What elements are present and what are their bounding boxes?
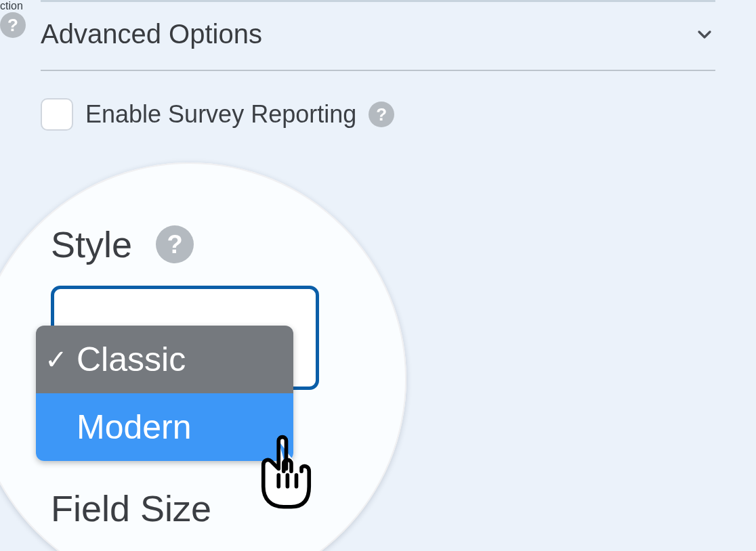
magnifier-lens: Style ? ✓ Classic Modern Field Size: [0, 162, 406, 551]
advanced-options-header[interactable]: Advanced Options: [41, 2, 715, 70]
checkmark-icon: ✓: [36, 344, 77, 375]
style-label: Style: [51, 223, 132, 265]
field-size-label: Field Size: [51, 487, 211, 529]
divider: [41, 70, 715, 71]
help-icon[interactable]: ?: [156, 225, 194, 263]
section-title: Advanced Options: [41, 19, 262, 49]
dropdown-option-classic[interactable]: ✓ Classic: [36, 326, 293, 393]
help-icon[interactable]: ?: [369, 102, 394, 127]
dropdown-option-label: Classic: [77, 340, 293, 379]
pointer-cursor-icon: [240, 433, 322, 514]
survey-reporting-label: Enable Survey Reporting: [85, 100, 356, 129]
occluded-option-text: ction: [0, 0, 23, 12]
help-icon[interactable]: ?: [0, 12, 26, 38]
enable-survey-reporting-row[interactable]: Enable Survey Reporting ?: [41, 98, 715, 131]
survey-reporting-checkbox[interactable]: [41, 98, 73, 131]
chevron-down-icon: [694, 24, 715, 45]
